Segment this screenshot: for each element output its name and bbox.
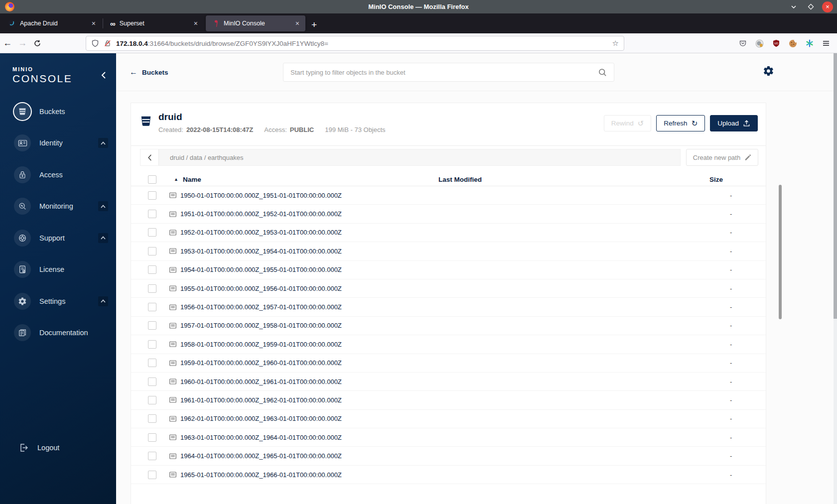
access-value[interactable]: PUBLIC: [290, 126, 314, 133]
chevron-up-icon[interactable]: [98, 296, 108, 306]
column-header-last-modified: Last Modified: [438, 176, 709, 183]
row-checkbox[interactable]: [148, 378, 156, 386]
tab-close-icon[interactable]: ×: [90, 19, 98, 27]
tab-superset[interactable]: ∞ Superset ×: [104, 15, 204, 31]
chevron-up-icon[interactable]: [98, 233, 108, 243]
extension-asterisk-icon[interactable]: [806, 39, 814, 47]
bucket-settings-gear-icon[interactable]: [763, 65, 774, 77]
row-checkbox[interactable]: [148, 247, 156, 255]
folder-prefix-icon: [169, 266, 177, 274]
logout-label: Logout: [37, 444, 59, 452]
sidebar-item-buckets[interactable]: Buckets: [0, 96, 116, 127]
menu-hamburger-icon[interactable]: [822, 39, 830, 47]
object-row[interactable]: 1954-01-01T00:00:00.000Z_1955-01-01T00:0…: [131, 261, 766, 279]
row-checkbox[interactable]: [148, 359, 156, 367]
object-row[interactable]: 1962-01-01T00:00:00.000Z_1963-01-01T00:0…: [131, 410, 766, 428]
object-row[interactable]: 1959-01-01T00:00:00.000Z_1960-01-01T00:0…: [131, 354, 766, 373]
object-row[interactable]: 1951-01-01T00:00:00.000Z_1952-01-01T00:0…: [131, 205, 766, 223]
object-row[interactable]: 1956-01-01T00:00:00.000Z_1957-01-01T00:0…: [131, 298, 766, 316]
object-row[interactable]: 1955-01-01T00:00:00.000Z_1956-01-01T00:0…: [131, 279, 766, 298]
object-name-text: 1952-01-01T00:00:00.000Z_1953-01-01T00:0…: [180, 229, 342, 236]
object-row[interactable]: 1957-01-01T00:00:00.000Z_1958-01-01T00:0…: [131, 317, 766, 335]
window-minimize-button[interactable]: [788, 1, 799, 12]
object-row[interactable]: 1961-01-01T00:00:00.000Z_1962-01-01T00:0…: [131, 391, 766, 409]
row-checkbox[interactable]: [148, 321, 156, 330]
row-checkbox[interactable]: [148, 210, 156, 218]
row-checkbox[interactable]: [148, 471, 156, 479]
row-checkbox[interactable]: [148, 265, 156, 274]
create-new-path-button[interactable]: Create new path: [686, 149, 758, 166]
url-bar[interactable]: 172.18.0.4:31664/buckets/druid/browse/ZG…: [86, 36, 624, 51]
breadcrumb-path[interactable]: druid / data / earthquakes: [170, 154, 243, 161]
object-row[interactable]: 1964-01-01T00:00:00.000Z_1965-01-01T00:0…: [131, 447, 766, 465]
search-input[interactable]: [290, 69, 598, 76]
tab-close-icon[interactable]: ×: [293, 19, 301, 27]
insecure-lock-icon[interactable]: [104, 39, 112, 47]
row-checkbox[interactable]: [148, 340, 156, 349]
row-checkbox[interactable]: [148, 433, 156, 442]
sidebar-item-settings[interactable]: Settings: [0, 285, 116, 317]
sidebar-item-monitoring[interactable]: Monitoring: [0, 191, 116, 223]
row-checkbox[interactable]: [148, 396, 156, 404]
chevron-up-icon[interactable]: [98, 138, 108, 148]
upload-button[interactable]: Upload: [710, 115, 758, 131]
browser-toolbar: ← → 172.18.0.4:31664/buckets/druid/brows…: [0, 33, 837, 53]
object-row[interactable]: 1950-01-01T00:00:00.000Z_1951-01-01T00:0…: [131, 186, 766, 205]
reload-button[interactable]: [30, 39, 45, 47]
ublock-origin-icon[interactable]: UO: [772, 39, 780, 47]
row-checkbox[interactable]: [148, 228, 156, 237]
object-row[interactable]: 1965-01-01T00:00:00.000Z_1966-01-01T00:0…: [131, 466, 766, 484]
path-back-button[interactable]: [140, 149, 159, 165]
refresh-button[interactable]: Refresh ↻: [656, 115, 705, 131]
privacy-badger-icon[interactable]: [755, 39, 764, 48]
sidebar-item-logout[interactable]: Logout: [0, 440, 116, 456]
sidebar-collapse-button[interactable]: [101, 71, 106, 79]
name-column-label: Name: [183, 176, 201, 183]
bookmark-star-icon[interactable]: ☆: [612, 39, 619, 48]
sidebar-item-access[interactable]: Access: [0, 159, 116, 191]
back-to-buckets-link[interactable]: ← Buckets: [130, 68, 168, 77]
page-scrollbar-thumb[interactable]: [834, 53, 837, 319]
window-maximize-button[interactable]: [805, 1, 816, 12]
object-row[interactable]: 1960-01-01T00:00:00.000Z_1961-01-01T00:0…: [131, 373, 766, 391]
chevron-up-icon[interactable]: [98, 201, 108, 211]
brand-console: CONSOLE: [12, 73, 72, 85]
object-row[interactable]: 1952-01-01T00:00:00.000Z_1953-01-01T00:0…: [131, 224, 766, 242]
pocket-icon[interactable]: [739, 39, 747, 47]
page-scrollbar-track[interactable]: [834, 53, 837, 504]
select-all-checkbox[interactable]: [148, 175, 156, 184]
object-row[interactable]: 1958-01-01T00:00:00.000Z_1959-01-01T00:0…: [131, 335, 766, 354]
object-filter-searchbox[interactable]: [283, 63, 614, 82]
tab-apache-druid[interactable]: Apache Druid ×: [2, 15, 102, 31]
documentation-icon: [14, 324, 31, 341]
sidebar-item-documentation[interactable]: Documentation: [0, 317, 116, 349]
cookie-icon[interactable]: [789, 39, 797, 48]
logout-icon: [18, 443, 28, 453]
tab-minio-console[interactable]: MinIO Console ×: [206, 15, 305, 31]
row-checkbox[interactable]: [148, 452, 156, 460]
sidebar-item-identity[interactable]: Identity: [0, 127, 116, 159]
row-checkbox[interactable]: [148, 284, 156, 293]
object-row[interactable]: 1953-01-01T00:00:00.000Z_1954-01-01T00:0…: [131, 242, 766, 260]
object-size-value: -: [709, 359, 758, 367]
new-tab-button[interactable]: +: [311, 20, 317, 29]
folder-prefix-icon: [169, 471, 177, 479]
shield-icon[interactable]: [91, 39, 99, 47]
rewind-button[interactable]: Rewind ↺: [604, 115, 652, 131]
window-close-button[interactable]: ×: [822, 1, 833, 12]
column-header-name[interactable]: ▲ Name: [169, 176, 438, 183]
tab-close-icon[interactable]: ×: [192, 19, 200, 27]
create-new-path-label: Create new path: [693, 154, 740, 161]
object-list-scrollbar-thumb[interactable]: [779, 185, 782, 319]
sidebar-item-support[interactable]: Support: [0, 222, 116, 254]
sidebar-item-license[interactable]: License: [0, 254, 116, 286]
object-name-text: 1960-01-01T00:00:00.000Z_1961-01-01T00:0…: [180, 378, 342, 385]
upload-icon: [743, 120, 750, 127]
row-checkbox[interactable]: [148, 303, 156, 311]
back-button[interactable]: ←: [0, 38, 15, 48]
row-checkbox[interactable]: [148, 191, 156, 200]
row-checkbox[interactable]: [148, 414, 156, 423]
forward-button[interactable]: →: [15, 38, 30, 48]
page-header: ← Buckets: [116, 53, 837, 91]
object-row[interactable]: 1963-01-01T00:00:00.000Z_1964-01-01T00:0…: [131, 428, 766, 447]
